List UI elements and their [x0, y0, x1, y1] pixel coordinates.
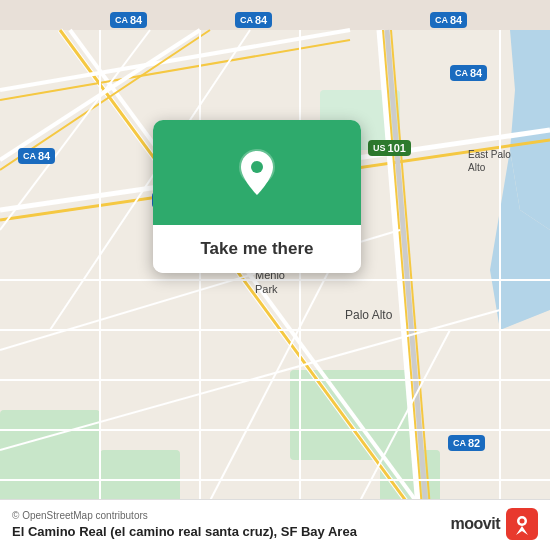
svg-point-40 — [520, 519, 525, 524]
moovit-logo: moovit — [451, 508, 538, 540]
take-me-there-label: Take me there — [200, 239, 313, 259]
badge-ca84-5: CA 84 — [18, 148, 55, 164]
label-east-palo-alto: East PaloAlto — [468, 148, 511, 174]
location-pin-icon — [235, 147, 279, 199]
svg-rect-3 — [290, 370, 410, 460]
moovit-logo-svg — [511, 513, 533, 535]
moovit-icon — [506, 508, 538, 540]
take-me-there-button[interactable]: Take me there — [153, 225, 361, 273]
bottom-bar-left: © OpenStreetMap contributors El Camino R… — [12, 510, 357, 539]
badge-ca82-2: CA 82 — [448, 435, 485, 451]
moovit-text: moovit — [451, 515, 500, 533]
badge-us101: US 101 — [368, 140, 411, 156]
take-me-there-card[interactable]: Take me there — [153, 120, 361, 273]
bottom-bar: © OpenStreetMap contributors El Camino R… — [0, 499, 550, 550]
label-palo-alto: Palo Alto — [345, 308, 392, 322]
badge-ca84-3: CA 84 — [430, 12, 467, 28]
copyright-text: © OpenStreetMap contributors — [12, 510, 357, 521]
card-green-section — [153, 120, 361, 225]
svg-point-38 — [251, 161, 263, 173]
badge-ca84-1: CA 84 — [110, 12, 147, 28]
location-name: El Camino Real (el camino real santa cru… — [12, 524, 357, 539]
badge-ca84-4: CA 84 — [450, 65, 487, 81]
map-container: CA 84 CA 84 CA 84 CA 84 CA 84 CA 82 US 1… — [0, 0, 550, 550]
badge-ca84-2: CA 84 — [235, 12, 272, 28]
